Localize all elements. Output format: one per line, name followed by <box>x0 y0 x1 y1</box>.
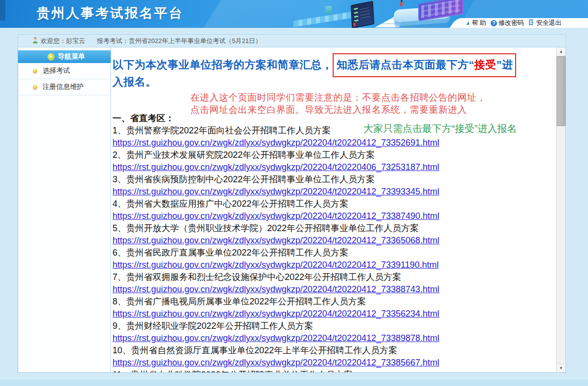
announcement-title: 10、贵州省自然资源厅直属事业单位2022年上半年公开招聘工作人员方案 <box>113 344 556 357</box>
sidebar-item-registration-info[interactable]: 注册信息维护 <box>18 79 111 95</box>
announcement-list: 1、贵州警察学院2022年面向社会公开招聘工作人员方案 https://rst.… <box>113 125 556 372</box>
illustration-pillar <box>440 6 447 14</box>
green-instruction-note: 大家只需点击最下方“接受”进入报名 <box>363 122 517 135</box>
chevron-down-icon: ▼ <box>47 53 55 61</box>
vertical-scrollbar[interactable]: ▲ ▼ <box>556 47 565 372</box>
exit-icon <box>528 19 535 27</box>
announcement-title: 6、贵州省民政厅直属事业单位2022年公开招聘工作人员方案 <box>113 247 556 259</box>
announcement-link[interactable]: https://rst.guizhou.gov.cn/zwgk/zdlyxx/s… <box>113 137 556 149</box>
scroll-down-button[interactable]: ▼ <box>557 364 565 372</box>
logout-link[interactable]: 安全退出 <box>528 19 562 27</box>
announcement-link[interactable]: https://rst.guizhou.gov.cn/zwgk/zdlyxx/s… <box>113 308 556 320</box>
page: { "header": { "title": "贵州人事考试报名平台", "he… <box>0 0 588 386</box>
announcement-title: 8、贵州省广播电视局所属事业单位2022年公开招聘工作人员方案 <box>113 296 556 308</box>
welcome-bar: 欢迎您：彭宝云 报考考试：贵州省2022年上半年事业单位考试（5月21日） <box>18 34 566 47</box>
announcement-item: 7、贵州省双拥服务和烈士纪念设施保护中心2022年公开招聘工作人员方案 http… <box>113 271 556 296</box>
help-link[interactable]: 帮 助 <box>464 19 486 27</box>
announcement-title: 4、贵州省大数据应用推广中心2022年公开招聘工作人员方案 <box>113 198 556 210</box>
illustration-person <box>354 21 356 26</box>
red-note-line2: 点击网址会出来空白界面。导致无法进入报名系统，需要重新进入 <box>190 104 518 116</box>
announcement-link[interactable]: https://rst.guizhou.gov.cn/zwgk/zdlyxx/s… <box>113 259 556 271</box>
announcement-link[interactable]: https://rst.guizhou.gov.cn/zwgk/zdlyxx/s… <box>113 283 556 296</box>
main-heading: 以下为本次事业单位招考的方案和简章汇总，知悉后请点击本页面最下方“接受”进 入报… <box>113 56 556 90</box>
heading-boxed-post: ”进 <box>497 59 513 71</box>
header-corner-shade <box>0 0 5 21</box>
announcement-link[interactable]: https://rst.guizhou.gov.cn/zwgk/zdlyxx/s… <box>113 161 556 173</box>
sidebar-item-label: 选择考试 <box>43 66 70 75</box>
bullet-icon <box>33 85 37 89</box>
welcome-text: 欢迎您：彭宝云 <box>41 37 85 45</box>
announcement-link[interactable]: https://rst.guizhou.gov.cn/zwgk/zdlyxx/s… <box>113 186 556 198</box>
bullet-icon <box>33 69 37 73</box>
header-utility-bar: 帮 助 ? 修改密码 安全退出 <box>460 18 588 28</box>
announcement-item: 3、贵州省疾病预防控制中心2022年公开招聘事业单位工作人员方案 https:/… <box>113 173 556 198</box>
announcement-title: 9、贵州财经职业学院2022年公开招聘工作人员方案 <box>113 320 556 332</box>
illustration-pillar <box>325 6 332 14</box>
announcement-link[interactable]: https://rst.guizhou.gov.cn/zwgk/zdlyxx/s… <box>113 210 556 222</box>
illustration-person <box>400 0 403 7</box>
page-title: 贵州人事考试报名平台 <box>37 4 183 22</box>
scrollbar-thumb[interactable] <box>557 56 565 126</box>
announcement-item: 11、贵州省农业科学院2022年公开招聘事业单位工作人员方案 <box>113 369 556 372</box>
exam-text: 报考考试：贵州省2022年上半年事业单位考试（5月21日） <box>97 37 262 45</box>
content-area: 以下为本次事业单位招考的方案和简章汇总，知悉后请点击本页面最下方“接受”进 入报… <box>112 47 556 372</box>
nav-menu-title: 导航菜单 <box>58 52 85 61</box>
scroll-up-button[interactable]: ▲ <box>557 47 565 56</box>
red-note-line1: 在进入这个页面时同学们需要注意的是：不要点击各招聘公告的网址， <box>190 91 518 104</box>
illustration-pillar <box>405 19 411 26</box>
app-header: 贵州人事考试报名平台 帮 助 ? 修改密码 安全退出 <box>0 0 588 28</box>
lock-icon <box>464 19 470 27</box>
main-container: ▼ 导航菜单 选择考试 注册信息维护 以下为本次事业单位招考的方案和简章汇总，知… <box>18 47 566 373</box>
announcement-item: 8、贵州省广播电视局所属事业单位2022年公开招聘工作人员方案 https://… <box>113 296 556 320</box>
accept-text: 接受 <box>475 59 497 71</box>
logout-label: 安全退出 <box>536 19 562 27</box>
change-password-label: 修改密码 <box>498 19 524 27</box>
illustration-dashboard <box>418 0 463 21</box>
announcement-title: 5、贵州开放大学（贵州职业技术学院）2022年公开招聘事业单位工作人员方案 <box>113 222 556 235</box>
illustration-walkway <box>294 8 372 27</box>
illustration-platform <box>393 6 451 22</box>
announcement-item: 9、贵州财经职业学院2022年公开招聘工作人员方案 https://rst.gu… <box>113 320 556 344</box>
announcement-title: 2、贵州产业技术发展研究院2022年公开招聘事业单位工作人员方案 <box>113 149 556 161</box>
announcement-item: 10、贵州省自然资源厅直属事业单位2022年上半年公开招聘工作人员方案 http… <box>113 344 556 369</box>
heading-part2: 入报名。 <box>113 76 157 88</box>
accept-highlight-box: 知悉后请点击本页面最下方“接受”进 <box>333 53 516 77</box>
sidebar-item-label: 注册信息维护 <box>43 83 84 91</box>
announcement-title: 7、贵州省双拥服务和烈士纪念设施保护中心2022年公开招聘工作人员方案 <box>113 271 556 283</box>
sidebar: ▼ 导航菜单 选择考试 注册信息维护 <box>18 47 111 372</box>
announcement-item: 5、贵州开放大学（贵州职业技术学院）2022年公开招聘事业单位工作人员方案 ht… <box>113 222 556 247</box>
question-icon: ? <box>491 20 497 26</box>
illustration-stairs <box>375 11 405 27</box>
red-warning-note: 在进入这个页面时同学们需要注意的是：不要点击各招聘公告的网址， 点击网址会出来空… <box>190 91 518 116</box>
heading-boxed-pre: 知悉后请点击本页面最下方“ <box>337 59 475 71</box>
announcement-link[interactable]: https://rst.guizhou.gov.cn/zwgk/zdlyxx/s… <box>113 332 556 344</box>
announcement-link[interactable]: https://rst.guizhou.gov.cn/zwgk/zdlyxx/s… <box>113 357 556 369</box>
announcement-item: 6、贵州省民政厅直属事业单位2022年公开招聘工作人员方案 https://rs… <box>113 247 556 271</box>
announcement-item: 2、贵州产业技术发展研究院2022年公开招聘事业单位工作人员方案 https:/… <box>113 149 556 173</box>
sidebar-item-select-exam[interactable]: 选择考试 <box>18 63 111 79</box>
announcement-link[interactable]: https://rst.guizhou.gov.cn/zwgk/zdlyxx/s… <box>113 235 556 247</box>
announcement-item: 4、贵州省大数据应用推广中心2022年公开招聘工作人员方案 https://rs… <box>113 198 556 222</box>
illustration-screen <box>351 1 374 28</box>
announcement-title: 3、贵州省疾病预防控制中心2022年公开招聘事业单位工作人员方案 <box>113 173 556 186</box>
help-label: 帮 助 <box>472 19 486 27</box>
footer-strip <box>0 379 588 386</box>
user-avatar-icon <box>32 37 39 45</box>
heading-part1: 以下为本次事业单位招考的方案和简章汇总， <box>113 59 333 71</box>
change-password-link[interactable]: ? 修改密码 <box>491 19 524 27</box>
announcement-title: 11、贵州省农业科学院2022年公开招聘事业单位工作人员方案 <box>113 369 556 372</box>
nav-menu-header[interactable]: ▼ 导航菜单 <box>18 50 111 63</box>
